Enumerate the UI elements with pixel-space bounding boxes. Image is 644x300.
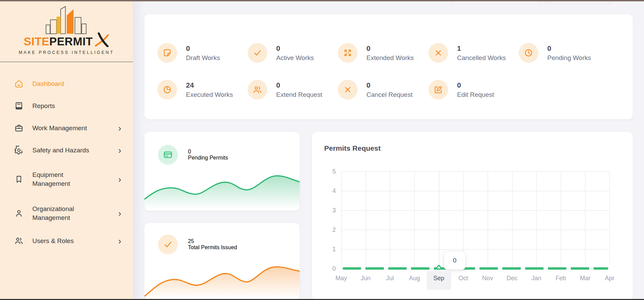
x-label: Feb xyxy=(549,275,573,282)
sidebar-item-reports[interactable]: Reports xyxy=(14,101,123,110)
chart-title: Permits Request xyxy=(324,144,381,152)
briefcase-icon xyxy=(14,123,23,133)
stat-active-works: 0Active Works xyxy=(248,43,314,63)
x-label: Nov xyxy=(475,275,500,282)
hover-point-marker xyxy=(436,264,442,269)
stat-extend-request: 0Extend Request xyxy=(248,80,322,100)
users-icon xyxy=(248,80,267,100)
sidebar-item-work-management[interactable]: Work Management › xyxy=(14,123,123,133)
x-label: Apr xyxy=(597,275,622,282)
x-icon xyxy=(338,80,358,100)
sidebar-item-dashboard[interactable]: Dashboard xyxy=(14,79,123,88)
y-tick: 5 xyxy=(320,168,336,175)
pie-chart-icon xyxy=(157,80,177,100)
chevron-right-icon: › xyxy=(118,238,123,244)
x-label: Aug xyxy=(402,275,427,282)
credit-card-icon xyxy=(158,145,178,165)
reports-icon xyxy=(14,101,23,110)
chevron-right-icon: › xyxy=(118,176,123,183)
permits-series-line xyxy=(343,267,608,270)
check-icon xyxy=(248,43,267,63)
y-tick: 4 xyxy=(320,188,336,195)
bookmark-icon xyxy=(14,175,23,184)
main-content: 0Draft Works 0Active Works 0Extended Wor… xyxy=(133,1,644,299)
x-label: Jan xyxy=(524,275,549,282)
permits-request-plot: 5 4 3 2 1 0 0 May Jun Jul Aug Sep Oct No… xyxy=(341,171,610,269)
stat-executed-works: 24Executed Works xyxy=(157,80,233,100)
x-label-active: Sep xyxy=(427,275,451,282)
expand-arrows-icon xyxy=(338,43,358,63)
check-icon xyxy=(158,235,178,254)
chevron-right-icon: › xyxy=(118,147,123,154)
y-tick: 1 xyxy=(320,246,336,253)
total-permits-card: 25Total Permits Issued xyxy=(144,223,300,300)
chevron-right-icon: › xyxy=(118,210,123,217)
x-label: May xyxy=(329,275,354,282)
y-tick: 2 xyxy=(320,226,336,234)
stat-cancelled-works: 1Cancelled Works xyxy=(428,43,506,63)
stat-draft-works: 0Draft Works xyxy=(157,43,220,63)
x-icon xyxy=(428,43,448,63)
logo-x-mark xyxy=(94,32,109,47)
x-label: Jul xyxy=(378,275,402,282)
sidebar-item-users-roles[interactable]: Users & Roles › xyxy=(14,236,123,245)
edit-icon xyxy=(428,80,448,100)
brand-name: SITEPERMIT xyxy=(23,36,93,47)
brand-tagline: MAKE PROCESS INTELLIGENT xyxy=(19,50,114,55)
y-tick: 3 xyxy=(320,207,336,214)
x-label: Oct xyxy=(451,275,475,282)
works-stats-card: 0Draft Works 0Active Works 0Extended Wor… xyxy=(144,14,633,119)
sidebar: SITEPERMIT MAKE PROCESS INTELLIGENT Dash… xyxy=(0,0,133,300)
pending-permits-sparkline xyxy=(144,167,300,211)
logo-buildings-icon xyxy=(41,4,92,34)
person-icon xyxy=(14,209,23,218)
users-icon xyxy=(14,236,23,245)
y-tick: 0 xyxy=(320,265,336,272)
x-label: Mar xyxy=(573,275,597,282)
sidebar-item-organizational-management[interactable]: Organizational Management › xyxy=(14,205,123,222)
hover-crosshair-line xyxy=(439,171,439,269)
chart-tooltip: 0 xyxy=(444,251,466,270)
sidebar-item-equipment-management[interactable]: Equipment Management › xyxy=(14,170,123,188)
logo: SITEPERMIT MAKE PROCESS INTELLIGENT xyxy=(0,1,133,62)
stat-edit-request: 0Edit Request xyxy=(428,80,494,100)
stat-cancel-request: 0Cancel Request xyxy=(338,80,412,100)
x-label: Dec xyxy=(500,275,524,282)
stat-pending-works: 0Pending Works xyxy=(519,43,591,63)
gear-icon xyxy=(14,146,23,155)
stat-extended-works: 0Extended Works xyxy=(338,43,414,63)
x-label: Jun xyxy=(354,275,378,282)
chevron-right-icon: › xyxy=(118,125,123,132)
draft-icon xyxy=(157,43,177,63)
pending-permits-card: 0Pending Permits xyxy=(144,132,300,211)
sidebar-item-safety-hazards[interactable]: Safety and Hazards › xyxy=(14,146,123,155)
permits-request-card: Permits Request 5 4 3 2 1 0 xyxy=(312,132,633,300)
window-top-border xyxy=(0,0,644,1)
home-icon xyxy=(14,79,23,88)
total-permits-sparkline xyxy=(144,255,300,300)
clock-icon xyxy=(519,43,538,63)
